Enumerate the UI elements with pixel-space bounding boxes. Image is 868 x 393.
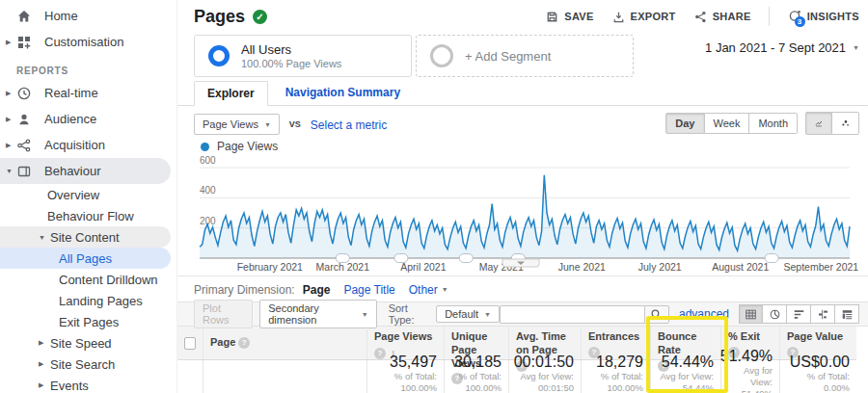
totals-entrances: 18,279 % of Total: 100.00% (18,279) <box>582 360 651 393</box>
chevron-right-icon: ▶ <box>39 360 43 368</box>
pivot-icon <box>841 308 854 321</box>
day-button[interactable]: Day <box>665 113 704 134</box>
totals-checkbox-cell <box>177 360 203 393</box>
totals-exit: 51.49% Avg for View: 51.49% (0.00%) <box>721 360 780 393</box>
chevron-right-icon: ▶ <box>6 116 11 123</box>
svg-text:August 2021: August 2021 <box>712 261 769 273</box>
performance-view-button[interactable] <box>787 304 811 324</box>
pivot-view-button[interactable] <box>835 304 859 324</box>
report-tabs: Explorer Navigation Summary <box>177 83 868 106</box>
date-range-picker[interactable]: 1 Jan 2021 - 7 Sept 2021 ▼ <box>705 40 859 55</box>
totals-avg-time: 00:01:50 Avg for View: 00:01:50 (0.00%) <box>509 360 582 393</box>
primary-dimension-label: Primary Dimension: <box>194 283 295 297</box>
segment-all-users[interactable]: All Users 100.00% Page Views <box>194 35 412 77</box>
tab-explorer[interactable]: Explorer <box>194 81 268 106</box>
sidebar-item-behaviour[interactable]: ▼ Behaviour <box>0 158 171 184</box>
select-all-cell[interactable] <box>177 327 203 359</box>
line-chart-icon <box>815 117 823 130</box>
table-search-area: advanced <box>500 304 859 324</box>
chevron-down-icon: ▼ <box>442 286 448 293</box>
segment-subtitle: 100.00% Page Views <box>241 58 341 69</box>
column-header-page[interactable]: Page <box>203 327 367 359</box>
sidebar-item-customisation[interactable]: ▶ Customisation <box>0 29 171 55</box>
select-metric-link[interactable]: Select a metric <box>311 118 387 132</box>
totals-unique-page-views: 30,185 % of Total: 100.00% (30,185) <box>445 360 509 393</box>
plot-rows-button[interactable]: Plot Rows <box>194 300 253 328</box>
share-button[interactable]: SHARE <box>693 10 751 24</box>
month-button[interactable]: Month <box>749 113 798 134</box>
chevron-right-icon: ▶ <box>6 142 11 149</box>
help-icon[interactable] <box>374 348 386 359</box>
comparison-icon <box>817 308 829 321</box>
sidebar-item-site-speed[interactable]: ▶ Site Speed <box>0 332 171 354</box>
tab-navigation-summary[interactable]: Navigation Summary <box>285 86 400 99</box>
table-view-button[interactable] <box>739 304 763 324</box>
checkbox-icon[interactable] <box>184 337 196 350</box>
week-button[interactable]: Week <box>705 113 750 134</box>
sidebar-item-acquisition[interactable]: ▶ Acquisition <box>0 132 171 158</box>
svg-text:September 2021: September 2021 <box>784 261 859 273</box>
pageviews-chart[interactable]: 200400600February 2021March 2021April 20… <box>198 154 868 275</box>
bars-icon <box>793 308 805 321</box>
person-icon <box>16 112 32 127</box>
sidebar-item-overview[interactable]: Overview <box>0 184 171 205</box>
help-icon[interactable] <box>238 337 250 349</box>
granularity-toggle: Day Week Month <box>665 113 798 134</box>
chevron-down-icon: ▼ <box>484 311 491 318</box>
legend-label: Page Views <box>217 140 278 153</box>
search-input[interactable] <box>500 305 644 324</box>
metric-selector[interactable]: Page Views ▼ <box>194 114 280 135</box>
insights-button[interactable]: 3 INSIGHTS <box>787 9 859 24</box>
sidebar-section-reports: REPORTS <box>0 55 171 80</box>
sidebar-item-realtime[interactable]: ▶ Real-time <box>0 80 171 106</box>
sidebar-item-behaviour-flow[interactable]: Behaviour Flow <box>0 205 171 226</box>
scatter-dots-icon <box>841 117 850 130</box>
sidebar-item-exit-pages[interactable]: Exit Pages <box>0 311 171 332</box>
totals-page-views: 35,497 % of Total: 100.00% (35,497) <box>367 360 445 393</box>
pie-chart-icon <box>769 308 781 321</box>
sidebar-item-events[interactable]: ▶ Events <box>0 375 171 393</box>
clock-icon <box>16 86 32 101</box>
save-button[interactable]: SAVE <box>545 10 593 24</box>
metric-controls: Page Views ▼ vs Select a metric Day Week… <box>177 106 868 139</box>
sort-type-button[interactable]: Default ▼ <box>436 305 500 323</box>
table-view-icon <box>745 308 757 321</box>
sidebar-item-audience[interactable]: ▶ Audience <box>0 106 171 132</box>
segment-ring-icon <box>430 44 453 67</box>
add-segment-button[interactable]: + Add Segment <box>416 35 634 77</box>
sidebar-item-label: Audience <box>44 112 96 126</box>
sidebar-item-label: Home <box>44 9 78 23</box>
export-button[interactable]: EXPORT <box>611 10 676 24</box>
dimension-page[interactable]: Page <box>303 283 331 297</box>
sidebar-item-landing-pages[interactable]: Landing Pages <box>0 290 171 311</box>
dimension-other[interactable]: Other ▼ <box>409 283 448 297</box>
insights-badge: 3 <box>795 16 805 27</box>
sidebar-item-all-pages[interactable]: All Pages <box>0 248 171 269</box>
advanced-link[interactable]: advanced <box>679 307 729 321</box>
comparison-view-button[interactable] <box>811 304 835 324</box>
svg-text:July 2021: July 2021 <box>638 261 682 273</box>
sidebar-item-home[interactable]: Home <box>0 3 171 29</box>
sidebar-item-content-drilldown[interactable]: Content Drilldown <box>0 269 171 290</box>
sidebar: Home ▶ Customisation REPORTS ▶ Real-time… <box>0 0 176 393</box>
primary-dimension-bar: Primary Dimension: Page Page Title Other… <box>177 276 868 297</box>
sidebar-item-label: Acquisition <box>44 138 105 152</box>
secondary-dimension-button[interactable]: Secondary dimension ▼ <box>259 300 376 328</box>
chevron-down-icon: ▼ <box>6 168 13 174</box>
main-content: Pages SAVE EXPORT SHARE 3 <box>176 0 868 393</box>
sidebar-item-site-search[interactable]: ▶ Site Search <box>0 354 171 375</box>
search-button[interactable] <box>644 305 669 324</box>
motion-chart-button[interactable] <box>832 112 859 135</box>
sidebar-item-label: Real-time <box>44 86 98 100</box>
dimension-page-title[interactable]: Page Title <box>343 283 394 297</box>
timeseries-svg: 200400600February 2021March 2021April 20… <box>198 154 868 275</box>
sidebar-item-site-content[interactable]: ▼ Site Content <box>0 226 171 248</box>
totals-bounce-rate: 54.44% Avg for View: 54.44% (0.00%) <box>651 360 721 393</box>
percentage-view-button[interactable] <box>763 304 787 324</box>
line-chart-button[interactable] <box>805 112 832 135</box>
table-totals-row: 35,497 % of Total: 100.00% (35,497) 30,1… <box>177 360 856 393</box>
segment-row: All Users 100.00% Page Views + Add Segme… <box>177 33 868 83</box>
legend-dot-icon <box>201 143 209 151</box>
pages-table: Page Page Views Unique Page Views Avg. T… <box>177 327 856 393</box>
chevron-right-icon: ▶ <box>39 339 43 347</box>
